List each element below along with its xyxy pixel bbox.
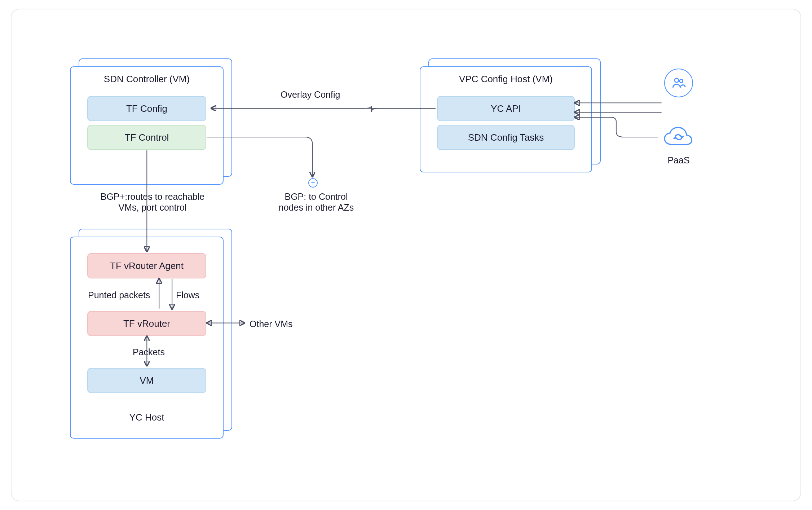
- svg-point-1: [680, 79, 683, 83]
- other-vms-label: Other VMs: [250, 319, 292, 329]
- tf-control-box: TF Control: [87, 125, 206, 150]
- punted-packets-label: Punted packets: [88, 290, 150, 300]
- yc-api-label: YC API: [491, 103, 521, 114]
- cloud-sync-icon: [660, 125, 697, 150]
- vm-box: VM: [87, 368, 206, 393]
- tf-config-box: TF Config: [87, 96, 206, 121]
- bgp-control-label: BGP: to Control nodes in other AZs: [275, 191, 358, 213]
- packets-label: Packets: [133, 347, 165, 357]
- tf-control-label: TF Control: [125, 132, 169, 143]
- svg-point-0: [675, 78, 679, 82]
- vm-label: VM: [140, 375, 154, 386]
- yc-api-box: YC API: [437, 96, 575, 121]
- users-icon: [664, 69, 693, 97]
- sdn-controller-title: SDN Controller (VM): [71, 74, 223, 85]
- tf-vrouter-label: TF vRouter: [123, 318, 170, 329]
- tf-vrouter-box: TF vRouter: [87, 311, 206, 336]
- yc-host-title: YC Host: [70, 412, 224, 423]
- sdn-config-tasks-box: SDN Config Tasks: [437, 125, 575, 150]
- tf-vrouter-agent-box: TF vRouter Agent: [87, 253, 206, 278]
- vpc-config-title: VPC Config Host (VM): [420, 74, 591, 85]
- sdn-config-tasks-label: SDN Config Tasks: [468, 132, 544, 143]
- tf-vrouter-agent-label: TF vRouter Agent: [110, 260, 184, 272]
- tf-config-label: TF Config: [126, 103, 167, 114]
- diagram-frame: SDN Controller (VM) TF Config TF Control…: [11, 9, 801, 501]
- plus-icon: +: [308, 178, 318, 188]
- bgp-control-text: BGP: to Control nodes in other AZs: [279, 192, 354, 212]
- flows-label: Flows: [176, 290, 199, 300]
- paas-label: PaaS: [664, 155, 693, 166]
- diagram-stage: SDN Controller (VM) TF Config TF Control…: [12, 9, 800, 501]
- overlay-config-label: Overlay Config: [281, 89, 340, 100]
- bgp-routes-text: BGP+:routes to reachable VMs, port contr…: [101, 192, 204, 212]
- bgp-routes-label: BGP+:routes to reachable VMs, port contr…: [97, 191, 208, 213]
